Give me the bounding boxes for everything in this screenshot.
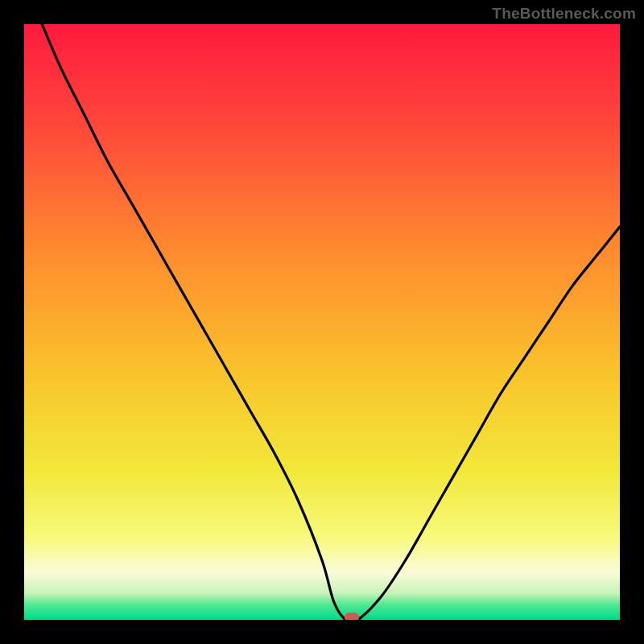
watermark-text: TheBottleneck.com	[492, 5, 636, 23]
min-marker	[345, 613, 359, 620]
plot-area	[24, 24, 620, 620]
chart-frame: TheBottleneck.com	[0, 0, 644, 644]
bottleneck-curve	[24, 24, 620, 620]
